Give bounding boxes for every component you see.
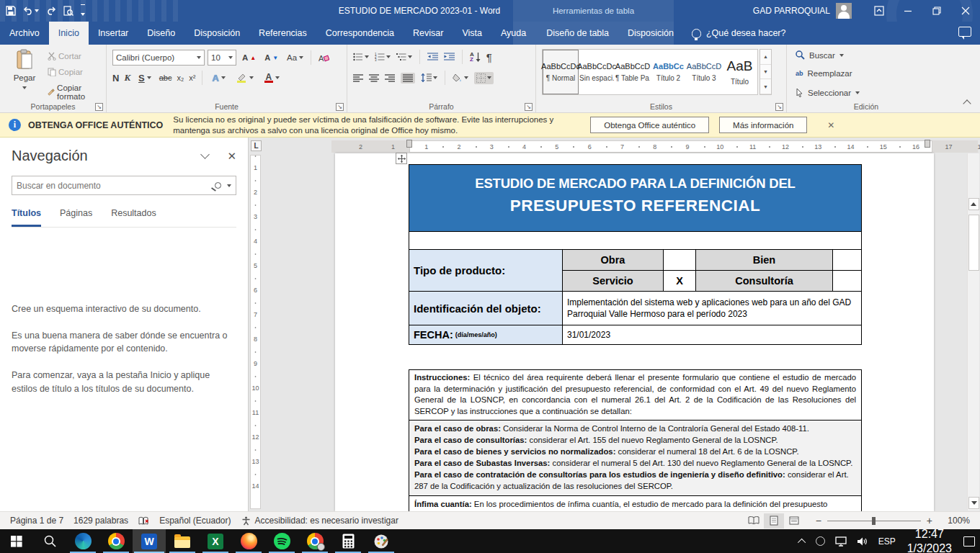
align-left-button[interactable] [353,74,363,82]
subscript-button[interactable]: x₂ [177,73,184,82]
taskbar-paint[interactable] [365,529,398,553]
tab-revisar[interactable]: Revisar [404,22,453,45]
dialog-launcher-icon[interactable]: ↘ [95,103,103,111]
account-avatar[interactable] [836,3,852,19]
tab-insertar[interactable]: Insertar [89,22,138,45]
scroll-down-button[interactable] [968,497,979,509]
word-count[interactable]: 1629 palabras [74,516,128,526]
align-center-button[interactable] [369,74,379,82]
navigation-close-icon[interactable]: ✕ [227,150,236,163]
web-layout-button[interactable] [784,513,804,529]
redo-button[interactable] [46,6,56,15]
tab-vista[interactable]: Vista [453,22,491,45]
tab-referencias[interactable]: Referencias [249,22,316,45]
action-center-button[interactable] [958,529,980,553]
cell-bien[interactable]: Bien [696,250,833,271]
accessibility-status[interactable]: Accesibilidad: es necesario investigar [241,516,398,526]
minimize-button[interactable] [894,0,922,22]
gallery-up-button[interactable]: ▲ [760,50,771,65]
instructions-intro[interactable]: Instrucciones: El técnico del área requi… [409,370,861,421]
tab-diseno[interactable]: Diseño [138,22,184,45]
keyboard-language[interactable]: ESP [873,529,901,553]
gallery-down-button[interactable]: ▼ [760,65,771,80]
zoom-out-button[interactable]: − [816,515,821,526]
zoom-in-button[interactable]: + [927,515,932,526]
change-case-button[interactable]: Aa [284,52,306,63]
underline-button[interactable]: S [135,71,154,85]
clear-formatting-button[interactable]: A [316,52,332,64]
taskbar-word[interactable]: W [133,529,166,553]
cell-servicio-mark[interactable]: X [664,271,696,292]
cell-obra[interactable]: Obra [563,250,664,271]
font-color-button[interactable]: A [262,72,282,84]
cut-button[interactable]: Cortar [45,50,106,62]
numbering-button[interactable]: 123 [375,53,391,61]
fecha-value[interactable]: 31/01/2023 [563,325,861,344]
search-options-caret[interactable] [227,184,231,187]
dialog-launcher-icon[interactable]: ↘ [336,103,344,111]
tab-diseno-de-tabla[interactable]: Diseño de tabla [537,22,618,45]
ribbon-display-options-button[interactable] [865,0,894,22]
scroll-up-button[interactable] [968,198,979,210]
get-office-button[interactable]: Obtenga Office auténtico [590,117,709,133]
taskbar-search-button[interactable] [33,529,66,553]
grow-font-button[interactable]: A▲ [239,52,259,63]
restore-button[interactable] [922,0,951,22]
language-indicator[interactable]: Español (Ecuador) [159,516,231,526]
zoom-slider[interactable]: − + [816,515,932,526]
network-icon[interactable] [830,529,852,553]
feedback-icon[interactable] [958,27,971,37]
copy-button[interactable]: Copiar [45,66,106,78]
search-icon[interactable] [215,182,221,189]
table-move-handle[interactable] [396,153,407,164]
taskbar-firefox[interactable] [232,529,265,553]
style-normal[interactable]: AaBbCcDc¶ Normal [543,50,579,94]
bullets-button[interactable] [353,53,369,61]
proofing-status[interactable] [138,516,149,526]
cell-obra-mark[interactable] [664,250,696,271]
volume-icon[interactable] [852,529,873,553]
increase-indent-button[interactable] [444,53,455,61]
taskbar-file-explorer[interactable] [166,529,199,553]
close-button[interactable] [951,0,980,22]
page-indicator[interactable]: Página 1 de 7 [10,516,63,526]
justify-button[interactable] [401,73,415,84]
scrollbar-thumb[interactable] [968,215,979,271]
indent-marker[interactable] [406,140,412,148]
identificacion-value[interactable]: Implementación del sistema web y aplicac… [563,292,861,325]
zoom-thumb[interactable] [872,517,876,525]
taskbar-excel[interactable]: X [199,529,232,553]
nav-tab-titulos[interactable]: Títulos [12,208,41,227]
zoom-track[interactable] [827,521,921,521]
instructions-notes[interactable]: Ínfima cuantía: En los procedimientos de… [409,496,861,512]
style-titulo[interactable]: AaBTítulo [722,50,757,94]
dismiss-warning-icon[interactable]: ✕ [827,120,834,130]
search-input[interactable] [17,181,215,191]
tab-disposicion-tabla[interactable]: Disposición [618,22,683,45]
tab-stop-selector[interactable]: L [251,140,262,151]
taskbar-edge[interactable] [66,529,99,553]
style-titulo-3[interactable]: AaBbCcDTítulo 3 [686,50,722,94]
start-button[interactable] [0,529,33,553]
document-search-box[interactable] [12,176,236,195]
tab-disposicion[interactable]: Disposición [184,22,249,45]
customize-qat-button[interactable] [81,4,85,18]
collapse-ribbon-button[interactable] [963,99,971,107]
dialog-launcher-icon[interactable]: ↘ [525,103,533,111]
vertical-scrollbar[interactable] [967,153,979,511]
borders-button[interactable] [474,72,494,84]
undo-dropdown-caret[interactable] [35,9,39,12]
document-page[interactable]: ESTUDIO DE MERCADO PARA LA DEFINICIÓN DE… [335,153,934,511]
font-name-combo[interactable]: Calibri (Cuerpo) [112,50,205,66]
paste-caret[interactable] [22,86,27,89]
decrease-indent-button[interactable] [427,53,438,61]
cell-consultoria[interactable]: Consultoría [696,271,833,292]
tab-inicio[interactable]: Inicio [49,22,89,45]
print-layout-button[interactable] [764,513,784,529]
gallery-more-button[interactable]: ▼ [760,79,771,94]
print-preview-button[interactable] [63,6,74,16]
highlight-button[interactable] [233,71,257,84]
navigation-options-chevron-icon[interactable] [201,150,210,159]
select-button[interactable]: Seleccionar [796,88,860,97]
taskbar-clock[interactable]: 12:47 1/3/2023 [901,527,958,553]
